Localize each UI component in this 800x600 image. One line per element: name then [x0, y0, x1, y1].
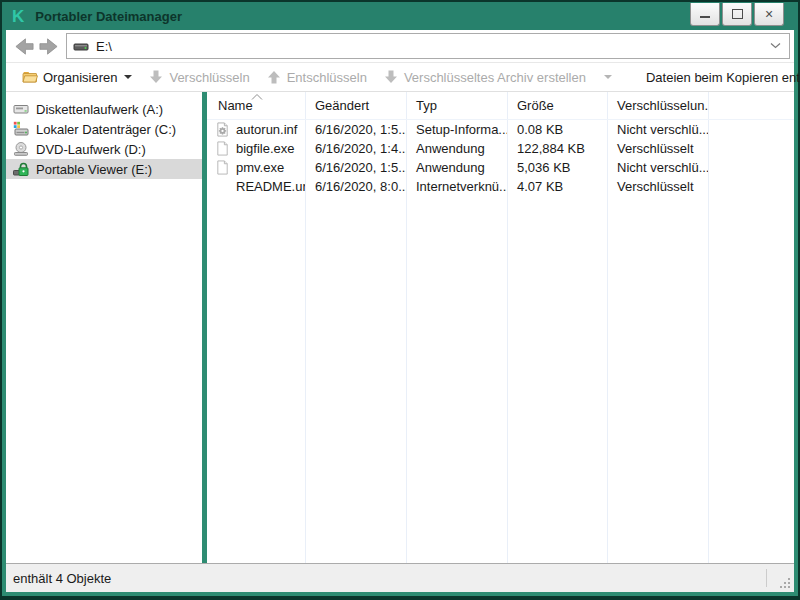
file-type: Internetverknü...: [406, 179, 507, 194]
close-icon: ×: [765, 7, 773, 21]
sidebar-item-dvd-laufwerk-d[interactable]: DVD-Laufwerk (D:): [6, 139, 202, 159]
portable-file-manager-window: K Portabler Dateimanager × E:\: [2, 2, 798, 596]
minimize-icon: [700, 16, 710, 18]
file-row-pmv-exe[interactable]: pmv.exe6/16/2020, 1:5...Anwendung5,036 K…: [207, 158, 794, 177]
column-header-size[interactable]: Größe: [507, 92, 607, 119]
sort-ascending-icon: [251, 94, 263, 100]
chevron-down-icon: [770, 42, 781, 49]
file-type: Anwendung: [406, 160, 507, 175]
file-encryption-status: Verschlüsselt: [607, 141, 708, 156]
window-content: E:\ Organisieren Verschlüsseln Entschlü: [6, 30, 794, 592]
file-modified: 6/16/2020, 1:4...: [305, 141, 406, 156]
column-divider: [406, 92, 407, 563]
file-rows: autorun.inf6/16/2020, 1:5...Setup-Inform…: [207, 120, 794, 196]
sidebar-item-label: Portable Viewer (E:): [36, 162, 152, 177]
organize-label: Organisieren: [43, 70, 117, 85]
file-name-cell: autorun.inf: [207, 122, 305, 137]
file-encryption-status: Nicht verschlü...: [607, 160, 708, 175]
arrow-down-icon: [148, 69, 164, 85]
file-list-pane: NameGeändertTypGrößeVerschlüsselun... au…: [207, 92, 794, 563]
column-divider: [607, 92, 608, 563]
maximize-button[interactable]: [722, 3, 752, 26]
encrypt-button[interactable]: Verschlüsseln: [140, 65, 257, 89]
forward-arrow-icon: [38, 36, 59, 57]
locked-drive-icon: [13, 161, 29, 177]
file-name: bigfile.exe: [236, 141, 295, 156]
column-header-label: Verschlüsselun...: [617, 98, 708, 113]
setup-file-icon: [215, 122, 230, 137]
status-separator: [766, 569, 767, 587]
decrypt-on-copy-label: Dateien beim Kopieren entschlüsseln: [646, 70, 800, 85]
create-encrypted-archive-button[interactable]: Verschlüsseltes Archiv erstellen: [375, 65, 594, 89]
sidebar-item-label: Diskettenlaufwerk (A:): [36, 102, 163, 117]
main-area: Diskettenlaufwerk (A:)Lokaler Datenträge…: [6, 92, 794, 563]
file-encryption-status: Nicht verschlü...: [607, 122, 708, 137]
window-title: Portabler Dateimanager: [35, 9, 182, 24]
resize-grip[interactable]: [779, 577, 791, 589]
sidebar-item-portable-viewer-e[interactable]: Portable Viewer (E:): [6, 159, 202, 179]
window-controls: ×: [690, 3, 784, 26]
file-modified: 6/16/2020, 1:5...: [305, 160, 406, 175]
arrow-down-icon: [383, 69, 399, 85]
file-size: 0.08 KB: [507, 122, 607, 137]
file-row-autorun-inf[interactable]: autorun.inf6/16/2020, 1:5...Setup-Inform…: [207, 120, 794, 139]
folder-icon: [22, 69, 38, 85]
sidebar-item-diskettenlaufwerk-a[interactable]: Diskettenlaufwerk (A:): [6, 99, 202, 119]
status-text: enthält 4 Objekte: [13, 571, 111, 586]
sidebar-item-label: DVD-Laufwerk (D:): [36, 142, 146, 157]
sidebar-item-label: Lokaler Datenträger (C:): [36, 122, 176, 137]
toolbar: Organisieren Verschlüsseln Entschlüsseln…: [6, 62, 794, 92]
file-row-readme-url[interactable]: README.url6/16/2020, 8:0...Internetverkn…: [207, 177, 794, 196]
dvd-drive-icon: [13, 141, 29, 157]
caret-down-icon: [124, 75, 132, 79]
minimize-button[interactable]: [690, 3, 720, 26]
column-header-type[interactable]: Typ: [406, 92, 507, 119]
file-name-cell: bigfile.exe: [207, 141, 305, 156]
file-icon: [215, 160, 230, 175]
column-divider: [305, 92, 306, 563]
forward-button[interactable]: [36, 34, 60, 58]
file-name-cell: pmv.exe: [207, 160, 305, 175]
file-row-bigfile-exe[interactable]: bigfile.exe6/16/2020, 1:4...Anwendung122…: [207, 139, 794, 158]
file-type: Anwendung: [406, 141, 507, 156]
file-name: README.url: [236, 179, 305, 194]
column-header-encryption[interactable]: Verschlüsselun...: [607, 92, 708, 119]
maximize-icon: [732, 9, 743, 19]
file-name: pmv.exe: [236, 160, 284, 175]
column-header-label: Geändert: [315, 98, 369, 113]
drive-list: Diskettenlaufwerk (A:)Lokaler Datenträge…: [6, 92, 202, 563]
file-name-cell: README.url: [207, 179, 305, 194]
decrypt-button[interactable]: Entschlüsseln: [258, 65, 375, 89]
address-combobox[interactable]: E:\: [66, 33, 790, 59]
decrypt-label: Entschlüsseln: [287, 70, 367, 85]
archive-options-caret[interactable]: [604, 75, 612, 79]
sidebar-item-lokaler-datentr-ger-c[interactable]: Lokaler Datenträger (C:): [6, 119, 202, 139]
encrypt-label: Verschlüsseln: [169, 70, 249, 85]
file-size: 4.07 KB: [507, 179, 607, 194]
decrypt-on-copy-button[interactable]: Dateien beim Kopieren entschlüsseln: [638, 65, 800, 89]
column-header-name[interactable]: Name: [207, 92, 305, 119]
status-bar: enthält 4 Objekte: [6, 563, 794, 592]
back-button[interactable]: [12, 34, 36, 58]
desktop-background: K Portabler Dateimanager × E:\: [0, 0, 800, 600]
floppy-drive-icon: [13, 101, 29, 117]
organize-button[interactable]: Organisieren: [14, 65, 140, 89]
titlebar: K Portabler Dateimanager ×: [2, 2, 798, 30]
column-header-label: Name: [218, 98, 253, 113]
close-button[interactable]: ×: [754, 3, 784, 26]
address-path: E:\: [96, 39, 112, 54]
file-size: 122,884 KB: [507, 141, 607, 156]
back-arrow-icon: [14, 36, 35, 57]
create-archive-label: Verschlüsseltes Archiv erstellen: [404, 70, 586, 85]
column-header-label: Typ: [416, 98, 437, 113]
hard-drive-icon: [13, 121, 29, 137]
arrow-up-icon: [266, 69, 282, 85]
no-icon: [215, 179, 230, 194]
file-name: autorun.inf: [236, 122, 297, 137]
drive-icon: [73, 38, 89, 54]
column-divider: [507, 92, 508, 563]
file-list-header: NameGeändertTypGrößeVerschlüsselun...: [207, 92, 794, 120]
file-type: Setup-Informa...: [406, 122, 507, 137]
column-header-modified[interactable]: Geändert: [305, 92, 406, 119]
column-header-label: Größe: [517, 98, 554, 113]
